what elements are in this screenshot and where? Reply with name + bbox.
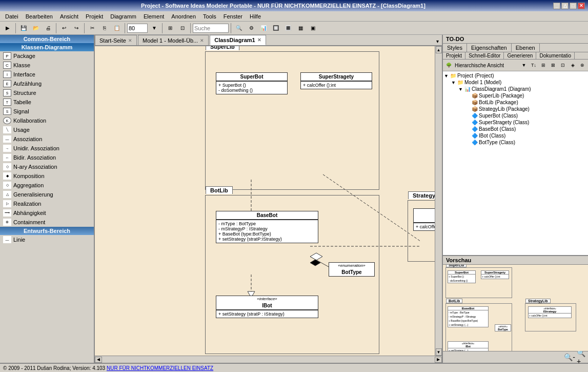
basebot-class[interactable]: BaseBot - mType : BotType - mStrategyP :… [216,211,318,243]
scroll-up[interactable]: ▲ [436,46,442,53]
tab-eigenschaften[interactable]: Eigenschaften [467,44,512,52]
hier-btn3[interactable]: ⊡ [558,61,567,70]
filter-btn[interactable]: ▼ [519,61,529,70]
hier-btn5[interactable]: ⊗ [578,61,587,70]
tree-project[interactable]: ▼ 📁 Project (Project) [444,72,587,79]
menu-projekt[interactable]: Projekt [83,12,106,21]
expand-project[interactable]: ▼ [444,73,449,79]
hier-btn2[interactable]: ⊠ [549,61,558,70]
item-interface[interactable]: I Interface [0,70,94,79]
scroll-left[interactable]: ◀ [95,357,102,363]
tab-dropdown[interactable]: ▾ [433,37,442,45]
expand-model[interactable]: ▼ [451,80,456,85]
item-unidir[interactable]: → Unidir. Assoziation [0,144,94,153]
tool4[interactable]: 🔲 [270,23,281,34]
tab-close-model[interactable]: ✕ [200,38,204,43]
print-button[interactable]: 🖨 [43,23,54,34]
menu-fenster[interactable]: Fenster [220,12,246,21]
tree-basebot[interactable]: 🔷 BaseBot (Class) [444,126,587,132]
menu-element[interactable]: Element [140,12,167,21]
ibot-class[interactable]: «interface» IBot + setStrategy (stratP :… [216,296,318,318]
cut-button[interactable]: ✂ [87,23,98,34]
zoom-input[interactable] [127,24,148,33]
scroll-down[interactable]: ▼ [436,348,442,356]
window-controls[interactable]: _ △ □ ✕ [553,3,585,9]
v-scrollbar[interactable]: ▲ ▼ [435,46,442,356]
search-input[interactable] [193,24,229,33]
paste-button[interactable]: 📋 [111,23,123,34]
item-usage[interactable]: ╲ Usage [0,125,94,134]
tool3[interactable]: 📊 [258,23,269,34]
item-tabelle[interactable]: T Tabelle [0,97,94,107]
superlib-package[interactable]: SuperLib SuperBot + SuperBot () - doSome… [205,51,379,190]
item-komposition[interactable]: ◆ Komposition [0,171,94,181]
grid-button[interactable]: ⊞ [165,23,176,34]
item-containment[interactable]: ⊕ Containment [0,218,94,227]
hier-btn4[interactable]: ◈ [568,61,577,70]
tab-styles[interactable]: Styles [443,44,467,52]
hier-btn1[interactable]: ⊞ [539,61,548,70]
strategylib-package[interactable]: StrategyLib «interface» IStrategy + calc… [408,200,435,262]
subtab-generieren[interactable]: Generieren [504,52,536,59]
superbot-class[interactable]: SuperBot + SuperBot () - doSomething () [216,72,288,94]
sort-btn[interactable]: T↓ [529,61,538,70]
bottype-class[interactable]: «enumeration» BotType [329,262,375,277]
maximize-button[interactable]: □ [570,3,577,9]
tool5[interactable]: 🔳 [282,23,294,34]
tab-close-startseite[interactable]: ✕ [128,38,132,43]
istrategy-class[interactable]: «interface» IStrategy + calcOffer ():int [413,208,435,231]
tab-classdiagram[interactable]: ClassDiagram1 ✕ [210,35,266,45]
zoom-out-preview[interactable]: 🔍- [564,353,575,362]
item-signal[interactable]: S Signal [0,107,94,116]
item-aggregation[interactable]: ◇ Aggregation [0,181,94,190]
subtab-schnell[interactable]: Schnell-Editor [465,52,504,59]
item-bidir[interactable]: ↔ Bidir. Assoziation [0,153,94,162]
tab-close-classdiagram[interactable]: ✕ [257,37,261,43]
tab-startseite[interactable]: Start-Seite ✕ [95,35,137,45]
item-nary[interactable]: ◇ N-ary Assoziation [0,162,94,171]
item-realization[interactable]: ▷ Realization [0,199,94,208]
tree-superlib[interactable]: 📦 SuperLib (Package) [444,92,587,99]
menu-bearbeiten[interactable]: Bearbeiten [23,12,56,21]
diagram-canvas[interactable]: SuperLib SuperBot + SuperBot () - doSome… [95,46,435,356]
menu-hilfe[interactable]: Hilfe [247,12,264,21]
scroll-right[interactable]: ▶ [435,357,442,363]
tool7[interactable]: ▣ [307,23,318,34]
menu-anordnen[interactable]: Anordnen [168,12,199,21]
item-klasse[interactable]: C Klasse [0,61,94,70]
zoom-in-preview[interactable]: 🔍+ [577,353,587,362]
tab-model[interactable]: Model 1 - Modell-Üb... ✕ [138,35,209,45]
undo-button[interactable]: ↩ [58,23,70,34]
superstragety-class[interactable]: SuperStragety + calcOffer ():int [300,72,372,89]
item-abhangigkeit[interactable]: ⟶ Abhängigkeit [0,208,94,218]
item-linie[interactable]: — Linie [0,235,94,244]
redo-button[interactable]: ↪ [71,23,82,34]
subtab-projekt[interactable]: Projekt [443,52,465,59]
item-package[interactable]: P Package [0,51,94,61]
menu-diagramm[interactable]: Diagramm [107,12,139,21]
open-button[interactable]: 📂 [30,23,42,34]
tree-strategylib[interactable]: 📦 StrategyLib (Package) [444,106,587,112]
expand-classdiagram[interactable]: ▼ [458,87,463,92]
subtab-doku[interactable]: Dokumentatio [536,52,575,59]
close-button[interactable]: ✕ [578,3,585,9]
item-generalisierung[interactable]: △ Generalisierung [0,190,94,199]
item-kollaboration[interactable]: K Kollaboration [0,116,94,125]
tool6[interactable]: ▦ [295,23,306,34]
tree-ibot[interactable]: 🔷 IBot (Class) [444,132,587,139]
botlib-package[interactable]: BotLib BaseBot - mType : BotType - mStra… [205,195,379,354]
restore-button[interactable]: △ [561,3,569,9]
license-link[interactable]: NUR FÜR NICHTKOMMERZIELLEN EINSATZ [107,365,213,371]
tree-classdiagram[interactable]: ▼ 📊 ClassDiagram1 (Diagram) [444,86,587,92]
menu-ansicht[interactable]: Ansicht [57,12,82,21]
menu-tools[interactable]: Tools [200,12,219,21]
menu-datei[interactable]: Datei [2,12,22,21]
tree-superbot[interactable]: 🔷 SuperBot (Class) [444,112,587,119]
tree-botlib[interactable]: 📦 BotLib (Package) [444,99,587,106]
snap-button[interactable]: ⊡ [177,23,188,34]
copy-button[interactable]: ⎘ [99,23,110,34]
new-button[interactable]: ▶ [2,23,13,34]
tool1[interactable]: 🔍 [233,23,245,34]
tool2[interactable]: ⚙ [246,23,257,34]
minimize-button[interactable]: _ [553,3,560,9]
